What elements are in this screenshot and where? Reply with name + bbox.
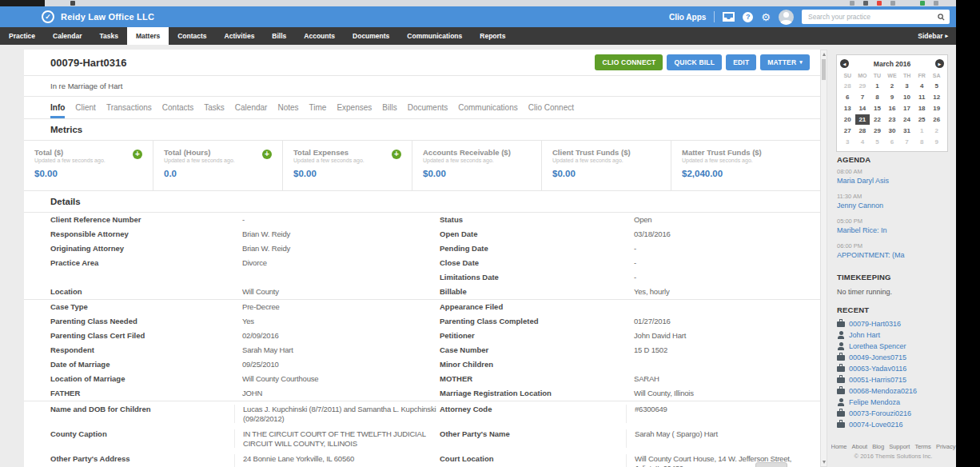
footer-link[interactable]: Support — [889, 443, 910, 450]
recent-item[interactable]: 00074-Love0216 — [837, 419, 950, 430]
search-input[interactable] — [807, 12, 938, 22]
metric-value[interactable]: 0.0 — [164, 169, 282, 178]
calendar-day[interactable]: 29 — [855, 81, 870, 91]
calendar-prev-icon[interactable]: ◀ — [840, 59, 849, 68]
add-icon[interactable]: + — [392, 150, 401, 159]
calendar-day[interactable]: 16 — [885, 103, 900, 114]
calendar-day[interactable]: 22 — [870, 114, 885, 125]
calendar-day[interactable]: 23 — [885, 114, 900, 125]
calendar-day[interactable]: 3 — [840, 137, 855, 147]
metric-value[interactable]: $2,040.00 — [682, 169, 820, 178]
recent-item[interactable]: 00068-Mendoza0216 — [837, 385, 950, 397]
nav-item[interactable]: Tasks — [90, 27, 126, 45]
calendar-day[interactable]: 9 — [885, 92, 900, 102]
quick-bill-button[interactable]: QUICK BILL — [667, 54, 722, 70]
calendar-day[interactable]: 12 — [929, 92, 944, 102]
matter-tab[interactable]: Calendar — [235, 97, 268, 118]
nav-item[interactable]: Matters — [127, 27, 169, 45]
matter-tab[interactable]: Transactions — [106, 97, 152, 118]
scroll-down-icon[interactable] — [823, 461, 826, 464]
add-icon[interactable]: + — [262, 150, 272, 159]
calendar-day[interactable]: 10 — [899, 92, 914, 102]
nav-item[interactable]: Activities — [216, 27, 264, 45]
calendar-day[interactable]: 28 — [840, 81, 855, 91]
recent-item[interactable]: Lorethea Spencer — [837, 341, 950, 352]
calendar-day[interactable]: 3 — [899, 81, 914, 91]
calendar-day[interactable]: 28 — [855, 126, 870, 136]
nav-item[interactable]: Documents — [344, 27, 398, 45]
recent-item[interactable]: 00063-Yadav0116 — [837, 363, 950, 374]
calendar-day[interactable]: 21 — [855, 114, 870, 125]
matter-tab[interactable]: Time — [309, 97, 327, 118]
matter-tab[interactable]: Tasks — [204, 97, 225, 118]
calendar-day[interactable]: 8 — [870, 92, 885, 102]
matter-tab[interactable]: Info — [50, 97, 65, 118]
agenda-event-link[interactable]: Maribel Rice: In — [837, 226, 950, 234]
calendar-day[interactable]: 14 — [855, 103, 870, 114]
calendar-day[interactable]: 9 — [929, 137, 944, 147]
calendar-day[interactable]: 2 — [885, 81, 900, 91]
calendar-day[interactable]: 26 — [929, 114, 944, 125]
calendar-day[interactable]: 5 — [870, 137, 885, 147]
footer-link[interactable]: Home — [831, 443, 847, 450]
nav-item[interactable]: Calendar — [44, 27, 90, 45]
matter-tab[interactable]: Contacts — [162, 97, 193, 118]
calendar-day[interactable]: 24 — [899, 114, 914, 125]
matter-tab[interactable]: Notes — [277, 97, 298, 118]
calendar-day[interactable]: 1 — [870, 81, 885, 91]
matter-menu-button[interactable]: MATTER ▾ — [760, 54, 810, 70]
footer-link[interactable]: Privacy — [936, 443, 956, 450]
clio-connect-button[interactable]: CLIO CONNECT — [595, 54, 663, 70]
footer-link[interactable]: Blog — [872, 443, 884, 450]
nav-item[interactable]: Reports — [471, 27, 514, 45]
recent-item[interactable]: 00073-Forouzi0216 — [837, 408, 950, 419]
metric-value[interactable]: $0.00 — [34, 169, 153, 178]
recent-item[interactable]: 00051-Harris0715 — [837, 374, 950, 385]
calendar-day[interactable]: 1 — [914, 126, 930, 136]
calendar-day[interactable]: 13 — [840, 103, 855, 114]
nav-item[interactable]: Bills — [263, 27, 295, 45]
matter-tab[interactable]: Client — [75, 97, 96, 118]
calendar-day[interactable]: 11 — [914, 92, 930, 102]
user-avatar[interactable] — [779, 10, 794, 25]
matter-tab[interactable]: Documents — [408, 97, 448, 118]
edit-button[interactable]: EDIT — [726, 54, 756, 70]
footer-link[interactable]: About — [852, 443, 868, 450]
calendar-day[interactable]: 17 — [899, 103, 914, 114]
calendar-day[interactable]: 19 — [929, 103, 944, 114]
sidebar-toggle[interactable]: Sidebar ▸ — [918, 27, 948, 45]
recent-item[interactable]: 00049-Jones0715 — [837, 352, 950, 363]
nav-item[interactable]: Accounts — [295, 27, 344, 45]
calendar-day[interactable]: 20 — [840, 114, 855, 125]
recent-item[interactable]: John Hart — [837, 329, 950, 341]
gear-icon[interactable]: ⚙ — [761, 12, 771, 22]
calendar-day[interactable]: 7 — [855, 92, 870, 102]
nav-item[interactable]: Contacts — [169, 27, 215, 45]
calendar-day[interactable]: 6 — [885, 137, 900, 147]
scrollbar-thumb[interactable] — [822, 59, 826, 80]
matter-tab[interactable]: Expenses — [337, 97, 372, 118]
footer-link[interactable]: Terms — [914, 443, 930, 450]
calendar-day[interactable]: 31 — [899, 126, 914, 136]
calendar-day[interactable]: 8 — [914, 137, 930, 147]
calendar-day[interactable]: 18 — [914, 103, 930, 114]
metric-value[interactable]: $0.00 — [423, 169, 541, 178]
calendar-day[interactable]: 29 — [870, 126, 885, 136]
agenda-event-link[interactable]: APPOINTMENT: (Ma — [837, 251, 950, 259]
matter-tab[interactable]: Communications — [458, 97, 517, 118]
matter-tab[interactable]: Bills — [382, 97, 396, 118]
nav-item[interactable]: Practice — [0, 27, 44, 45]
scroll-up-icon[interactable] — [823, 53, 826, 56]
cutoff-button[interactable] — [755, 462, 787, 467]
calendar-day[interactable]: 25 — [914, 114, 930, 125]
add-icon[interactable]: + — [133, 150, 142, 159]
agenda-event-link[interactable]: Jenny Cannon — [837, 202, 950, 210]
nav-item[interactable]: Communications — [398, 27, 471, 45]
calendar-day[interactable]: 7 — [899, 137, 914, 147]
inbox-icon[interactable] — [723, 12, 735, 22]
calendar-day[interactable]: 15 — [870, 103, 885, 114]
calendar-day[interactable]: 2 — [929, 126, 944, 136]
calendar-day[interactable]: 30 — [885, 126, 900, 136]
metric-value[interactable]: $0.00 — [293, 169, 412, 178]
calendar-day[interactable]: 4 — [914, 81, 930, 91]
